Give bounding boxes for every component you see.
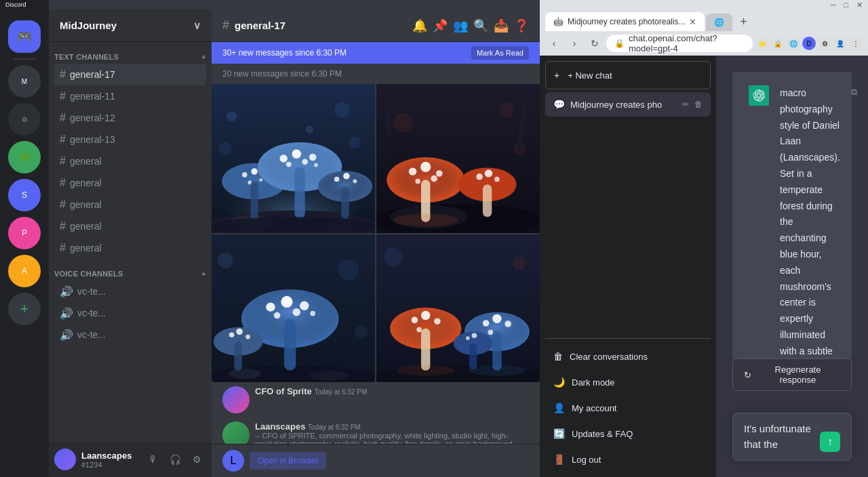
regenerate-icon: ↻ (744, 370, 751, 380)
user-avatar (54, 449, 76, 470)
channel-name: general (70, 221, 102, 232)
mushroom-image-4 (376, 234, 540, 382)
add-channel-btn[interactable]: + (201, 53, 206, 61)
browser-tab-inactive[interactable]: 🌐 (706, 14, 732, 31)
channel-item-vc3[interactable]: 🔊 vc-te... (54, 324, 206, 346)
headphone-btn[interactable]: 🎧 (165, 450, 184, 469)
svg-point-50 (485, 169, 492, 177)
members-icon[interactable]: 👥 (453, 18, 468, 33)
logout-icon: 🚪 (553, 454, 565, 465)
channel-name: vc-te... (77, 329, 106, 340)
notification-icon[interactable]: 🔔 (412, 18, 427, 33)
copy-btn-1[interactable]: ⧉ (851, 87, 857, 98)
svg-point-8 (251, 168, 258, 175)
svg-rect-72 (234, 341, 241, 371)
svg-point-44 (436, 170, 443, 177)
profile-icon[interactable]: 👤 (833, 37, 847, 50)
channel-item-general12[interactable]: # general-12 (54, 107, 206, 129)
add-server-icon[interactable]: + (8, 293, 41, 325)
help-icon[interactable]: ❓ (514, 18, 529, 33)
chat-header-controls: 🔔 📌 👥 🔍 📥 ❓ (412, 18, 529, 33)
channel-item-general-c[interactable]: # general (54, 194, 206, 215)
notification-bar[interactable]: 30+ new messages since 6:30 PM Mark As R… (212, 42, 540, 64)
new-chat-btn[interactable]: + + New chat (545, 61, 711, 89)
mushroom-image-2 (376, 84, 540, 233)
pin-icon[interactable]: 📌 (433, 18, 448, 33)
clear-label: Clear conversations (570, 352, 648, 362)
svg-point-38 (499, 102, 515, 118)
delete-icon[interactable]: 🗑 (694, 100, 703, 109)
mic-btn[interactable]: 🎙 (144, 450, 163, 469)
discord-server-header[interactable]: MidJourney ∨ (49, 9, 212, 42)
channel-item-general-d[interactable]: # general (54, 215, 206, 237)
discord-home-icon[interactable]: 🎮 (8, 20, 41, 53)
channel-item-vc2[interactable]: 🔊 vc-te... (54, 302, 206, 324)
chat-history-item-1[interactable]: 💬 Midjourney creates pho ✏ 🗑 (545, 92, 711, 117)
maximize-btn[interactable]: □ (844, 1, 848, 9)
svg-point-62 (281, 296, 292, 308)
chat-channel-name: general-17 (235, 20, 285, 31)
channel-item-vc1[interactable]: 🔊 vc-te... (54, 281, 206, 302)
dark-mode-btn[interactable]: 🌙 Dark mode (545, 370, 711, 394)
inbox-icon[interactable]: 📥 (494, 18, 509, 33)
channel-item-general13[interactable]: # general-13 (54, 129, 206, 150)
channel-section-label: Text Channels + (49, 42, 212, 64)
channel-item-general17[interactable]: # general-17 (54, 64, 206, 85)
settings-btn[interactable]: ⚙ (187, 450, 206, 469)
new-tab-btn[interactable]: + (734, 12, 753, 31)
logout-label: Log out (572, 455, 601, 465)
channel-item-general-b[interactable]: # general (54, 172, 206, 194)
server-icon-1[interactable]: M (8, 65, 41, 98)
minimize-btn[interactable]: ─ (831, 1, 836, 9)
forward-btn[interactable]: › (566, 35, 583, 52)
svg-point-95 (397, 365, 455, 375)
tab-close-btn[interactable]: ✕ (689, 17, 696, 27)
svg-line-55 (384, 84, 391, 136)
send-btn[interactable]: ↑ (820, 432, 840, 452)
back-btn[interactable]: ‹ (545, 35, 563, 52)
svg-point-70 (236, 329, 243, 335)
add-voice-channel-btn[interactable]: + (201, 270, 206, 278)
menu-icon[interactable]: ⋮ (849, 37, 863, 50)
regenerate-label: Regenerate response (755, 365, 840, 385)
svg-point-93 (472, 333, 477, 338)
browser-tab-active[interactable]: 🤖 Midjourney creates photorealis... ✕ (545, 12, 705, 31)
server-icon-5[interactable]: P (8, 217, 41, 249)
channel-item-general-e[interactable]: # general (54, 237, 206, 259)
refresh-btn[interactable]: ↻ (586, 35, 604, 52)
ext-icon-3[interactable]: 🌐 (787, 37, 800, 50)
chat-header: # general-17 🔔 📌 👥 🔍 📥 ❓ (212, 9, 540, 42)
open-in-browser-btn[interactable]: Open in Browser (250, 452, 326, 470)
search-icon[interactable]: 🔍 (473, 18, 488, 33)
ext-icon-4[interactable]: D (802, 37, 816, 50)
server-icon-6[interactable]: A (8, 255, 41, 287)
channel-name: general (70, 199, 102, 210)
ext-icon-5[interactable]: ⚙ (818, 37, 831, 50)
server-icon-2[interactable]: ⚙ (8, 103, 41, 136)
svg-rect-12 (250, 181, 258, 220)
close-btn[interactable]: ✕ (856, 1, 863, 9)
edit-icon[interactable]: ✏ (682, 100, 689, 109)
chatgpt-input[interactable] (744, 421, 814, 452)
channel-item-general-a[interactable]: # general (54, 150, 206, 172)
lock-icon: 🔒 (614, 39, 625, 48)
server-icon-4[interactable]: S (8, 179, 41, 211)
assistant-msg-1-content: macro photography style of Daniel Laan (… (780, 85, 840, 358)
my-account-btn[interactable]: 👤 My account (545, 396, 711, 420)
updates-icon: 🔄 (553, 428, 565, 439)
logout-btn[interactable]: 🚪 Log out (545, 447, 711, 472)
channel-item-general11[interactable]: # general-11 (54, 85, 206, 107)
new-chat-plus-icon: + (554, 70, 559, 81)
mark-as-read-btn[interactable]: Mark As Read (471, 46, 529, 60)
server-icon-3[interactable]: 🌿 (8, 141, 41, 173)
chatgpt-interface: + + New chat 💬 Midjourney creates pho ✏ … (540, 56, 868, 477)
svg-point-49 (476, 173, 483, 180)
ext-icon-1[interactable]: ⭐ (755, 37, 769, 50)
svg-point-92 (466, 336, 470, 340)
clear-conversations-btn[interactable]: 🗑 Clear conversations (545, 344, 711, 369)
svg-rect-90 (492, 331, 501, 370)
updates-faq-btn[interactable]: 🔄 Updates & FAQ (545, 421, 711, 446)
address-bar[interactable]: 🔒 chat.openai.com/chat?model=gpt-4 (606, 35, 753, 52)
regenerate-btn[interactable]: ↻ Regenerate response (732, 358, 852, 391)
ext-icon-2[interactable]: 🔒 (771, 37, 785, 50)
